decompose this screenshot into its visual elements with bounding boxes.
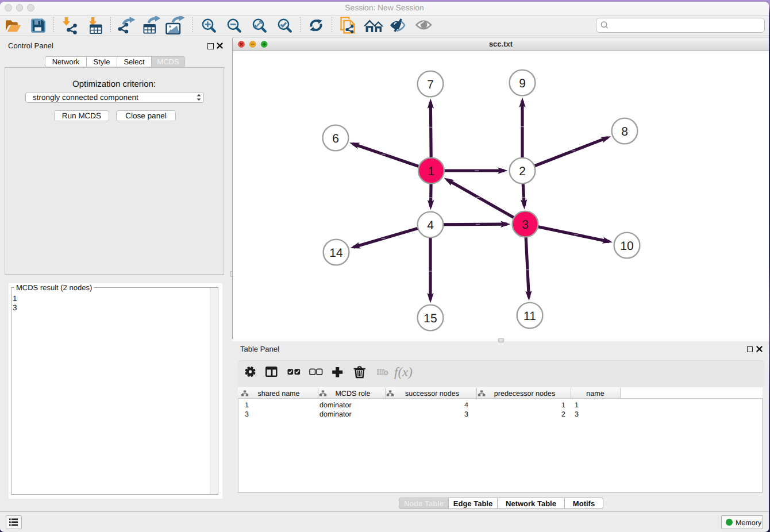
svg-text:3: 3 bbox=[464, 410, 468, 418]
svg-text:4: 4 bbox=[464, 401, 468, 409]
svg-text:1: 1 bbox=[245, 401, 249, 409]
svg-text:3: 3 bbox=[245, 410, 249, 418]
svg-text:1: 1 bbox=[428, 165, 435, 178]
svg-text:2: 2 bbox=[561, 410, 565, 418]
svg-text:shared name: shared name bbox=[258, 390, 300, 398]
svg-text:7: 7 bbox=[427, 78, 434, 91]
svg-text:10: 10 bbox=[620, 240, 633, 253]
svg-text:4: 4 bbox=[427, 219, 434, 232]
svg-text:name: name bbox=[586, 390, 604, 398]
svg-text:2: 2 bbox=[519, 165, 526, 178]
svg-text:dominator: dominator bbox=[319, 401, 352, 409]
svg-text:1: 1 bbox=[575, 401, 579, 409]
svg-text:8: 8 bbox=[621, 125, 628, 138]
svg-text:9: 9 bbox=[519, 77, 526, 90]
svg-text:f(x): f(x) bbox=[394, 365, 413, 379]
svg-text:dominator: dominator bbox=[319, 410, 352, 418]
svg-text:14: 14 bbox=[329, 246, 343, 260]
svg-text:11: 11 bbox=[523, 310, 536, 323]
svg-text:predecessor nodes: predecessor nodes bbox=[494, 390, 555, 398]
svg-text:3: 3 bbox=[522, 218, 529, 232]
svg-text:MCDS role: MCDS role bbox=[335, 390, 370, 398]
svg-text:15: 15 bbox=[424, 312, 437, 325]
svg-text:successor nodes: successor nodes bbox=[405, 390, 459, 398]
svg-text:1: 1 bbox=[561, 401, 565, 409]
svg-text:3: 3 bbox=[575, 410, 579, 418]
svg-text:6: 6 bbox=[332, 132, 339, 145]
